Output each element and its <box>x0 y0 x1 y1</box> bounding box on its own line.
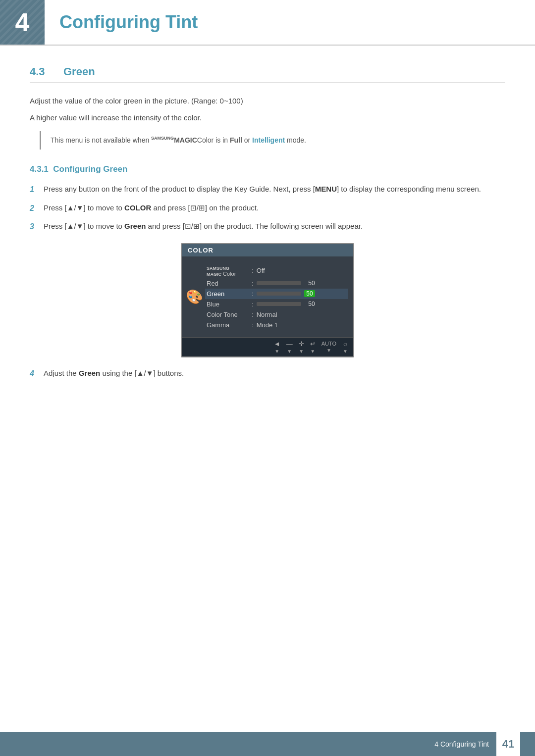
color-icon: 🎨 <box>186 289 203 305</box>
osd-label-colortone: Color Tone <box>207 311 249 318</box>
osd-label-blue: Blue <box>207 301 249 308</box>
osd-label-gamma: Gamma <box>207 321 249 329</box>
step-2-num: 2 <box>30 202 44 215</box>
osd-btn-enter: ↵▼ <box>310 340 316 354</box>
step4-list: 4 Adjust the Green using the [▲/▼] butto… <box>30 367 505 380</box>
chapter-title: Configuring Tint <box>59 12 198 33</box>
step-2-text: Press [▲/▼] to move to COLOR and press [… <box>44 202 505 214</box>
osd-val-colortone: Normal <box>257 311 277 318</box>
page-header: 4 Configuring Tint <box>0 0 535 46</box>
footer-page-number: 41 <box>496 732 520 756</box>
section-title: Green <box>63 65 95 78</box>
note-text: This menu is not available when SAMSUNGM… <box>46 135 306 146</box>
section-number: 4.3 <box>30 65 54 78</box>
osd-btn-power: ☼▼ <box>342 340 348 354</box>
osd-footer: ◄▼ —▼ ✛▼ ↵▼ AUTO▼ ☼▼ <box>182 337 353 356</box>
subsection-431-header: 4.3.1 Configuring Green <box>30 164 505 174</box>
osd-menu: COLOR 🎨 SAMSUNGMAGIC Color : Off Red : <box>181 243 354 357</box>
osd-btn-left: ◄▼ <box>274 340 280 354</box>
osd-val-red: 50 <box>257 280 315 287</box>
step-4-text: Adjust the Green using the [▲/▼] buttons… <box>44 367 505 379</box>
osd-header: COLOR <box>182 244 353 256</box>
osd-btn-auto-icon: AUTO <box>321 341 336 347</box>
osd-sep-colortone: : <box>252 311 254 318</box>
page-footer: 4 Configuring Tint 41 <box>0 732 535 756</box>
step-4: 4 Adjust the Green using the [▲/▼] butto… <box>30 367 505 380</box>
osd-row-green: Green : 50 <box>205 289 348 299</box>
step-3-num: 3 <box>30 220 44 233</box>
main-content: 4.3 Green Adjust the value of the color … <box>0 65 535 380</box>
step-1-num: 1 <box>30 183 44 196</box>
osd-sep-green: : <box>252 290 254 298</box>
osd-row-gamma: Gamma : Mode 1 <box>207 320 348 330</box>
chapter-title-area: Configuring Tint <box>45 0 535 45</box>
osd-bar-green <box>257 292 301 296</box>
osd-rows: SAMSUNGMAGIC Color : Off Red : 50 <box>207 261 353 332</box>
section-43-body: Adjust the value of the color green in t… <box>30 95 505 150</box>
osd-btn-auto: AUTO▼ <box>321 341 336 353</box>
osd-btn-left-icon: ◄ <box>274 340 280 348</box>
osd-val-green: 50 <box>257 290 315 297</box>
osd-btn-power-icon: ☼ <box>342 340 348 348</box>
osd-num-green: 50 <box>304 290 315 297</box>
note-line <box>40 131 41 150</box>
osd-btn-plus-icon: ✛ <box>299 340 304 348</box>
osd-sep-gamma: : <box>252 321 254 329</box>
osd-row-colortone: Color Tone : Normal <box>207 309 348 320</box>
osd-num-red: 50 <box>304 280 315 287</box>
footer-text: 4 Configuring Tint <box>434 740 489 748</box>
step-2: 2 Press [▲/▼] to move to COLOR and press… <box>30 202 505 215</box>
osd-val-blue: 50 <box>257 301 315 307</box>
osd-row-magic-color: SAMSUNGMAGIC Color : Off <box>207 263 348 278</box>
step-3: 3 Press [▲/▼] to move to Green and press… <box>30 220 505 233</box>
step-1-text: Press any button on the front of the pro… <box>44 183 505 195</box>
osd-body: 🎨 SAMSUNGMAGIC Color : Off Red : <box>182 256 353 337</box>
intelligent-label: Intelligent <box>252 136 285 144</box>
section-para1: Adjust the value of the color green in t… <box>30 95 505 107</box>
osd-label-red: Red <box>207 280 249 287</box>
osd-label-green: Green <box>207 290 249 298</box>
osd-sep-blue: : <box>252 301 254 308</box>
osd-btn-minus-icon: — <box>286 340 293 348</box>
step-3-text: Press [▲/▼] to move to Green and press [… <box>44 220 505 232</box>
chapter-number-block: 4 <box>0 0 45 45</box>
osd-bar-red <box>257 281 301 285</box>
osd-screenshot: COLOR 🎨 SAMSUNGMAGIC Color : Off Red : <box>30 243 505 357</box>
osd-btn-minus: —▼ <box>286 340 293 354</box>
osd-num-blue: 50 <box>304 301 315 307</box>
section-43-header: 4.3 Green <box>30 65 505 83</box>
osd-bar-blue <box>257 302 301 306</box>
osd-label-magic: SAMSUNGMAGIC Color <box>207 265 249 277</box>
steps-list: 1 Press any button on the front of the p… <box>30 183 505 233</box>
step-4-num: 4 <box>30 367 44 380</box>
osd-sep-red: : <box>252 280 254 287</box>
osd-val-magic: Off <box>257 267 265 274</box>
osd-val-gamma: Mode 1 <box>257 321 278 329</box>
osd-btn-plus: ✛▼ <box>299 340 304 354</box>
osd-row-red: Red : 50 <box>207 278 348 289</box>
osd-sep: : <box>252 267 254 274</box>
step-1: 1 Press any button on the front of the p… <box>30 183 505 196</box>
section-para2: A higher value will increase the intensi… <box>30 112 505 124</box>
osd-icon-col: 🎨 <box>182 261 207 332</box>
osd-btn-enter-icon: ↵ <box>310 340 316 348</box>
full-label: Full <box>230 136 242 144</box>
osd-row-blue: Blue : 50 <box>207 299 348 309</box>
note-box: This menu is not available when SAMSUNGM… <box>40 131 505 150</box>
chapter-number: 4 <box>15 7 30 37</box>
subsection-title: 4.3.1 Configuring Green <box>30 164 127 174</box>
